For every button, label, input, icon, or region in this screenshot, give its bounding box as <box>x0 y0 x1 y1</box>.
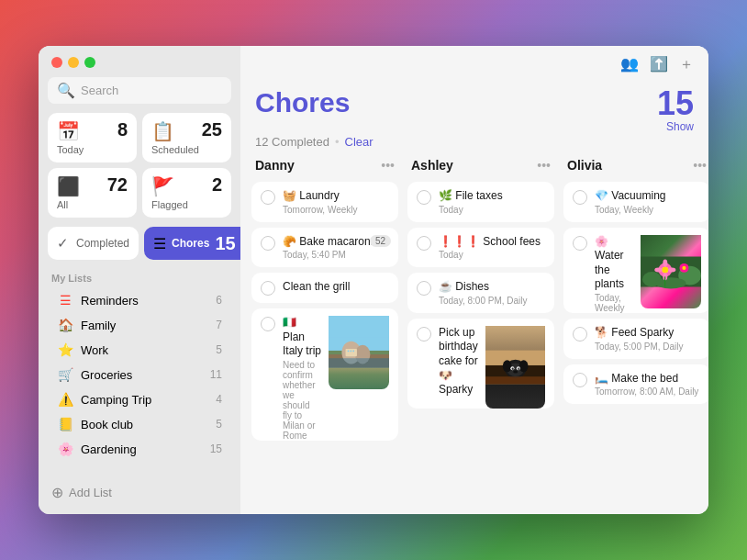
olivia-menu-icon[interactable]: ••• <box>693 158 707 173</box>
sidebar-item-groceries[interactable]: 🛒 Groceries 11 <box>44 363 235 386</box>
main-header: Chores 15 Show 12 Completed • Clear <box>240 74 708 156</box>
task-check-water[interactable] <box>573 236 587 251</box>
app-window: 🔍 Search 📅 8 Today 📋 25 Scheduled <box>39 46 708 514</box>
maximize-button[interactable] <box>84 57 95 68</box>
task-birthday-cake[interactable]: Pick up birthday cake for 🐶 Sparky <box>407 319 554 409</box>
all-label: All <box>57 199 128 210</box>
svg-point-36 <box>682 265 686 269</box>
task-title-dishes: ☕ Dishes <box>439 280 545 295</box>
task-content-feed: 🐕 Feed Sparky Today, 5:00 PM, Daily <box>595 326 701 352</box>
task-content-school: ❗❗❗ School fees Today <box>439 235 545 261</box>
close-button[interactable] <box>51 57 62 68</box>
task-content-italy: 🇮🇹 Plan Italy trip Need to confirm wheth… <box>283 316 321 441</box>
completed-item[interactable]: ✓ Completed <box>48 227 139 260</box>
danny-menu-icon[interactable]: ••• <box>381 158 395 173</box>
task-content-water: 🌸 Water the plants Today, Weekly <box>595 235 633 313</box>
task-dishes[interactable]: ☕ Dishes Today, 8:00 PM, Daily <box>407 273 554 313</box>
svg-point-32 <box>654 267 662 272</box>
smart-list-scheduled[interactable]: 📋 25 Scheduled <box>142 113 231 162</box>
svg-point-27 <box>656 277 686 288</box>
task-make-bed[interactable]: 🛏️ Make the bed Tomorrow, 8:00 AM, Daily <box>563 364 708 405</box>
family-icon: 🏠 <box>57 318 73 332</box>
sidebar-item-gardening[interactable]: 🌸 Gardening 15 <box>44 437 235 461</box>
chores-list-icon: ☰ <box>153 235 166 252</box>
laundry-emoji: 🧺 <box>283 189 296 202</box>
task-title-taxes: 🌿 File taxes <box>439 189 545 204</box>
task-title-cake: Pick up birthday cake for 🐶 Sparky <box>439 326 478 398</box>
all-count: 72 <box>107 175 128 194</box>
task-check-vacuuming[interactable] <box>573 190 587 205</box>
task-water-plants[interactable]: 🌸 Water the plants Today, Weekly <box>563 228 708 313</box>
gardening-count: 15 <box>210 442 222 455</box>
family-label: Family <box>81 319 208 332</box>
work-count: 5 <box>216 343 222 356</box>
task-content-cake: Pick up birthday cake for 🐶 Sparky <box>439 326 478 398</box>
family-count: 7 <box>216 319 222 331</box>
sidebar-item-family[interactable]: 🏠 Family 7 <box>44 313 235 337</box>
task-subtitle-taxes: Today <box>439 205 545 215</box>
task-clean-grill[interactable]: Clean the grill <box>251 273 398 303</box>
ashley-menu-icon[interactable]: ••• <box>537 158 551 173</box>
column-title-olivia: Olivia <box>567 158 602 173</box>
smart-lists: 📅 8 Today 📋 25 Scheduled ⬛ 72 All <box>39 113 240 227</box>
svg-point-14 <box>502 360 511 372</box>
flagged-icon: 🚩 <box>151 175 174 197</box>
sidebar-item-camping[interactable]: ⚠️ Camping Trip 4 <box>44 387 235 411</box>
main-count-area: 15 Show <box>657 87 694 133</box>
task-title-vacuuming: 💎 Vacuuming <box>595 189 701 204</box>
sidebar-item-reminders[interactable]: ☰ Reminders 6 <box>44 288 235 312</box>
svg-rect-5 <box>346 349 357 356</box>
minimize-button[interactable] <box>68 57 79 68</box>
sidebar-item-bookclub[interactable]: 📒 Book club 5 <box>44 412 235 436</box>
work-icon: ⭐ <box>57 342 73 357</box>
completed-icon: ✓ <box>57 235 69 252</box>
task-content-clean: Clean the grill <box>283 280 389 295</box>
task-taxes[interactable]: 🌿 File taxes Today <box>407 182 554 222</box>
task-check-cake[interactable] <box>417 327 431 342</box>
add-list-button[interactable]: ⊕ Add List <box>39 478 240 507</box>
all-icon: ⬛ <box>57 175 80 197</box>
completed-chores-row: ✓ Completed ☰ Chores 15 👤 <box>39 227 240 267</box>
search-bar[interactable]: 🔍 Search <box>48 77 231 104</box>
task-title-water: 🌸 Water the plants <box>595 235 633 292</box>
sidebar: 🔍 Search 📅 8 Today 📋 25 Scheduled <box>39 46 240 514</box>
show-button[interactable]: Show <box>657 120 694 133</box>
task-check-italy[interactable] <box>261 317 275 331</box>
task-check-school[interactable] <box>417 236 431 251</box>
bookclub-icon: 📒 <box>57 417 73 431</box>
task-check-clean[interactable] <box>261 281 275 296</box>
svg-point-30 <box>663 259 667 266</box>
task-vacuuming[interactable]: 💎 Vacuuming Today, Weekly <box>563 182 708 222</box>
task-bake[interactable]: 🥐 Bake macarons Today, 5:40 PM 52 <box>251 228 398 268</box>
task-check-taxes[interactable] <box>417 190 431 205</box>
task-check-bed[interactable] <box>573 373 587 387</box>
task-school[interactable]: ❗❗❗ School fees Today <box>407 228 554 268</box>
gardening-icon: 🌸 <box>57 442 73 456</box>
camping-icon: ⚠️ <box>57 392 73 407</box>
task-check-laundry[interactable] <box>261 190 275 205</box>
bake-badge: 52 <box>370 235 391 247</box>
task-check-dishes[interactable] <box>417 281 431 296</box>
task-content-dishes: ☕ Dishes Today, 8:00 PM, Daily <box>439 280 545 306</box>
toolbar: 👥 ⬆️ ＋ <box>240 46 708 74</box>
share-icon[interactable]: ⬆️ <box>650 55 668 74</box>
svg-rect-7 <box>351 351 352 353</box>
smart-list-all[interactable]: ⬛ 72 All <box>48 168 137 218</box>
task-feed-sparky[interactable]: 🐕 Feed Sparky Today, 5:00 PM, Daily <box>563 319 708 359</box>
task-title-bed: 🛏️ Make the bed <box>595 372 701 386</box>
share-group-icon[interactable]: 👥 <box>620 55 639 74</box>
add-icon[interactable]: ＋ <box>679 55 694 74</box>
dog-image <box>485 326 545 409</box>
task-title-italy: 🇮🇹 Plan Italy trip <box>283 316 321 359</box>
sidebar-item-work[interactable]: ⭐ Work 5 <box>44 338 235 362</box>
task-check-feed[interactable] <box>573 327 587 342</box>
task-laundry[interactable]: 🧺 Laundry Tomorrow, Weekly <box>251 182 398 222</box>
task-check-bake[interactable] <box>261 236 275 251</box>
smart-list-flagged[interactable]: 🚩 2 Flagged <box>142 168 231 218</box>
smart-list-today[interactable]: 📅 8 Today <box>48 113 137 162</box>
clear-button[interactable]: Clear <box>345 135 374 149</box>
task-italy[interactable]: 🇮🇹 Plan Italy trip Need to confirm wheth… <box>251 308 398 441</box>
task-subtitle-vacuuming: Today, Weekly <box>595 205 701 215</box>
svg-rect-8 <box>352 351 354 353</box>
task-title-feed: 🐕 Feed Sparky <box>595 326 701 341</box>
